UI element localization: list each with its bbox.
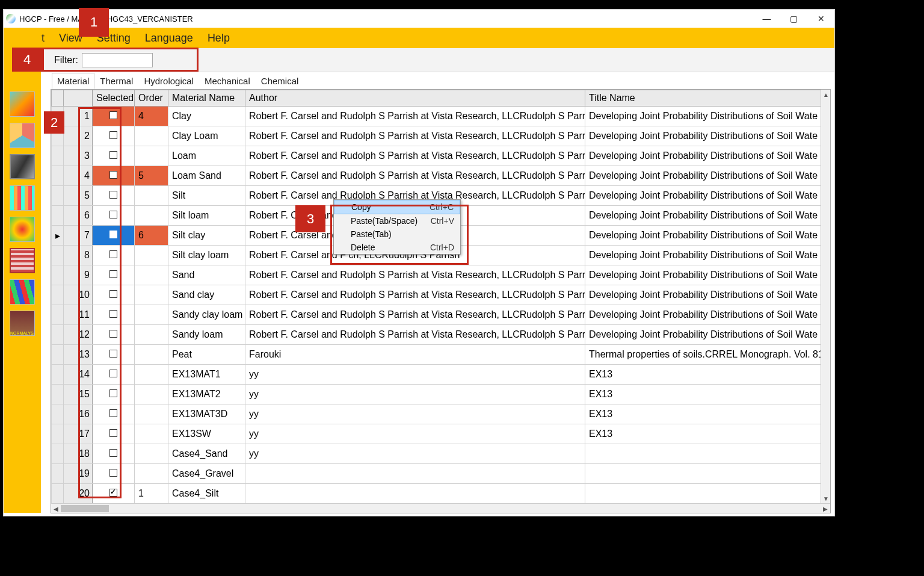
order-cell[interactable]: 5 bbox=[135, 166, 168, 186]
checkbox-icon[interactable] bbox=[109, 250, 117, 258]
tool-icon-6[interactable] bbox=[10, 248, 35, 273]
selected-checkbox-cell[interactable] bbox=[93, 246, 135, 265]
selected-checkbox-cell[interactable] bbox=[93, 444, 135, 464]
menu-language[interactable]: Language bbox=[145, 32, 193, 45]
title-cell[interactable]: EX13 bbox=[585, 365, 830, 385]
selected-checkbox-cell[interactable] bbox=[93, 226, 135, 246]
tool-icon-7[interactable] bbox=[10, 279, 35, 305]
checkbox-icon[interactable] bbox=[109, 489, 117, 497]
scroll-down-icon[interactable]: ▼ bbox=[821, 494, 831, 503]
material-cell[interactable]: Case4_Silt bbox=[168, 484, 245, 504]
material-cell[interactable]: Loam bbox=[168, 146, 245, 166]
order-cell[interactable] bbox=[135, 464, 168, 484]
selected-checkbox-cell[interactable] bbox=[93, 464, 135, 484]
material-cell[interactable]: EX13MAT3D bbox=[168, 404, 245, 424]
table-row[interactable]: 15EX13MAT2yyEX13 bbox=[52, 385, 830, 404]
table-row[interactable]: 11Sandy clay loamRobert F. Carsel and Ru… bbox=[52, 305, 830, 325]
vertical-scrollbar[interactable]: ▲ ▼ bbox=[821, 90, 830, 503]
table-row[interactable]: 12Sandy loamRobert F. Carsel and Rudolph… bbox=[52, 325, 830, 345]
context-menu-item[interactable]: Paste(Tab/Space)Ctrl+V bbox=[334, 214, 460, 228]
checkbox-icon[interactable] bbox=[109, 469, 117, 477]
selected-checkbox-cell[interactable] bbox=[93, 206, 135, 226]
order-cell[interactable] bbox=[135, 126, 168, 146]
maximize-button[interactable]: ▢ bbox=[780, 10, 807, 28]
author-cell[interactable]: yy bbox=[245, 404, 585, 424]
author-cell[interactable]: yy bbox=[245, 424, 585, 444]
title-cell[interactable]: EX13 bbox=[585, 424, 830, 444]
author-cell[interactable]: Robert F. Carsel and Rudolph S Parrish a… bbox=[245, 126, 585, 146]
material-cell[interactable]: Silt clay bbox=[168, 226, 245, 246]
selected-checkbox-cell[interactable] bbox=[93, 484, 135, 504]
author-cell[interactable]: yy bbox=[245, 385, 585, 404]
material-cell[interactable]: Sandy loam bbox=[168, 325, 245, 345]
author-cell[interactable]: Robert F. Carsel and Rudolph S Parrish a… bbox=[245, 265, 585, 285]
title-cell[interactable]: Developing Joint Probability Distributio… bbox=[585, 107, 830, 126]
col-selected[interactable]: Selected bbox=[93, 90, 135, 107]
col-order[interactable]: Order bbox=[135, 90, 168, 107]
title-cell[interactable]: EX13 bbox=[585, 404, 830, 424]
tool-icon-3[interactable] bbox=[10, 154, 35, 179]
author-cell[interactable]: Farouki bbox=[245, 345, 585, 365]
tab-hydrological[interactable]: Hydrological bbox=[138, 73, 199, 89]
order-cell[interactable] bbox=[135, 444, 168, 464]
author-cell[interactable]: Robert F. Carsel and Rudolph S Parrish a… bbox=[245, 325, 585, 345]
tool-icon-2[interactable] bbox=[10, 123, 35, 148]
tool-icon-5[interactable] bbox=[10, 217, 35, 242]
author-cell[interactable] bbox=[245, 464, 585, 484]
menu-help[interactable]: Help bbox=[208, 32, 230, 45]
table-row[interactable]: 13PeatFaroukiThermal properties of soils… bbox=[52, 345, 830, 365]
material-cell[interactable]: Loam Sand bbox=[168, 166, 245, 186]
title-cell[interactable] bbox=[585, 484, 830, 504]
checkbox-icon[interactable] bbox=[109, 131, 117, 139]
selected-checkbox-cell[interactable] bbox=[93, 265, 135, 285]
tab-chemical[interactable]: Chemical bbox=[256, 73, 304, 89]
title-cell[interactable]: Developing Joint Probability Distributio… bbox=[585, 126, 830, 146]
material-cell[interactable]: Silt bbox=[168, 186, 245, 206]
title-cell[interactable]: Developing Joint Probability Distributio… bbox=[585, 146, 830, 166]
checkbox-icon[interactable] bbox=[109, 370, 117, 377]
tab-mechanical[interactable]: Mechanical bbox=[199, 73, 256, 89]
order-cell[interactable] bbox=[135, 285, 168, 305]
selected-checkbox-cell[interactable] bbox=[93, 424, 135, 444]
table-row[interactable]: 2Clay LoamRobert F. Carsel and Rudolph S… bbox=[52, 126, 830, 146]
order-cell[interactable] bbox=[135, 385, 168, 404]
context-menu-item[interactable]: Paste(Tab) bbox=[334, 228, 460, 241]
col-material[interactable]: Material Name bbox=[168, 90, 245, 107]
selected-checkbox-cell[interactable] bbox=[93, 186, 135, 206]
title-cell[interactable]: Developing Joint Probability Distributio… bbox=[585, 166, 830, 186]
title-cell[interactable] bbox=[585, 444, 830, 464]
order-cell[interactable] bbox=[135, 365, 168, 385]
selected-checkbox-cell[interactable] bbox=[93, 166, 135, 186]
material-cell[interactable]: Silt clay loam bbox=[168, 246, 245, 265]
material-cell[interactable]: EX13MAT1 bbox=[168, 365, 245, 385]
title-cell[interactable]: Developing Joint Probability Distributio… bbox=[585, 325, 830, 345]
col-rownum[interactable] bbox=[64, 90, 93, 107]
title-cell[interactable]: Developing Joint Probability Distributio… bbox=[585, 246, 830, 265]
checkbox-icon[interactable] bbox=[109, 111, 117, 119]
author-cell[interactable]: Robert F. Carsel and Rudolph S Parrish a… bbox=[245, 285, 585, 305]
material-cell[interactable]: EX13MAT2 bbox=[168, 385, 245, 404]
horizontal-scrollbar[interactable]: ◀ ▶ bbox=[51, 503, 830, 513]
selected-checkbox-cell[interactable] bbox=[93, 345, 135, 365]
checkbox-icon[interactable] bbox=[109, 429, 117, 437]
selected-checkbox-cell[interactable] bbox=[93, 404, 135, 424]
material-cell[interactable]: EX13SW bbox=[168, 424, 245, 444]
checkbox-icon[interactable] bbox=[109, 310, 117, 318]
title-cell[interactable]: Developing Joint Probability Distributio… bbox=[585, 186, 830, 206]
title-cell[interactable]: Developing Joint Probability Distributio… bbox=[585, 285, 830, 305]
scroll-left-icon[interactable]: ◀ bbox=[51, 504, 61, 513]
filter-input[interactable] bbox=[82, 53, 153, 67]
table-row[interactable]: 17EX13SWyyEX13 bbox=[52, 424, 830, 444]
checkbox-icon[interactable] bbox=[109, 389, 117, 397]
scroll-thumb[interactable] bbox=[61, 505, 109, 512]
selected-checkbox-cell[interactable] bbox=[93, 107, 135, 126]
tab-thermal[interactable]: Thermal bbox=[94, 73, 138, 89]
tab-material[interactable]: Material bbox=[52, 73, 94, 89]
title-cell[interactable]: Developing Joint Probability Distributio… bbox=[585, 206, 830, 226]
title-cell[interactable]: Developing Joint Probability Distributio… bbox=[585, 226, 830, 246]
author-cell[interactable]: Robert F. Carsel and Rudolph S Parrish a… bbox=[245, 146, 585, 166]
data-grid[interactable]: Selected Order Material Name Author Titl… bbox=[51, 89, 831, 513]
checkbox-icon[interactable] bbox=[109, 211, 117, 218]
checkbox-icon[interactable] bbox=[109, 151, 117, 159]
selected-checkbox-cell[interactable] bbox=[93, 146, 135, 166]
